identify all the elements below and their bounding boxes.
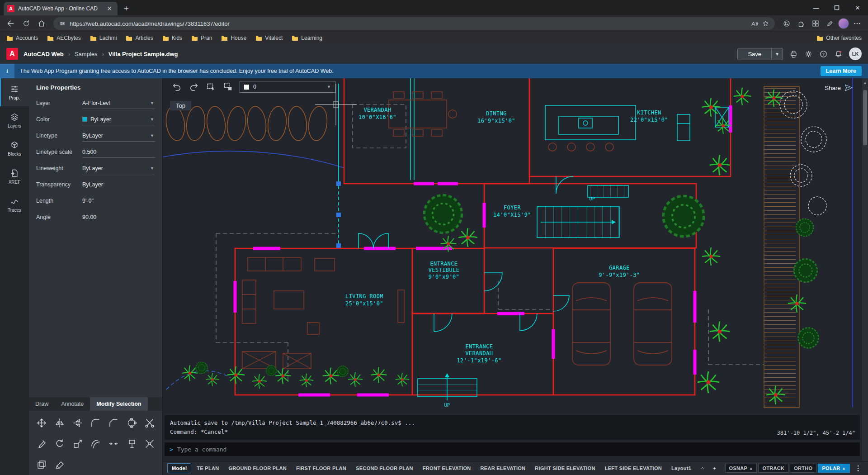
browser-menu-icon[interactable] [851, 17, 863, 30]
tab-modify-selection[interactable]: Modify Selection [90, 397, 147, 411]
erase-tool-icon[interactable] [53, 458, 66, 471]
grip-midpoint[interactable] [336, 213, 341, 217]
explode-tool-icon[interactable] [143, 437, 156, 451]
scrollbar-thumb[interactable] [863, 90, 867, 145]
sidebar-item-blocks[interactable]: Blocks [0, 134, 29, 162]
bookmark-articles[interactable]: Articles [126, 35, 153, 41]
grip-endpoint[interactable] [336, 181, 341, 186]
fillet-tool-icon[interactable] [89, 416, 102, 430]
back-icon[interactable] [5, 17, 17, 30]
polar-toggle[interactable]: POLAR ▲ [818, 464, 849, 473]
bookmark-vitalect[interactable]: Vitalect [255, 35, 283, 41]
breadcrumb-section[interactable]: Samples [75, 51, 98, 57]
fixtures[interactable] [359, 78, 729, 400]
address-bar[interactable] [53, 17, 775, 30]
trim-tool-icon[interactable] [143, 416, 156, 430]
copy-tool-icon[interactable] [35, 458, 48, 471]
bookmark-lachmi[interactable]: Lachmi [90, 35, 117, 41]
grip-endpoint[interactable] [336, 243, 341, 248]
bookmark-learning[interactable]: Learning [292, 35, 322, 41]
undo-icon[interactable] [171, 81, 183, 93]
learn-more-button[interactable]: Learn More [821, 66, 862, 76]
tab-draw[interactable]: Draw [29, 397, 55, 411]
command-input-row[interactable]: > [165, 442, 860, 456]
site-permissions-icon[interactable] [59, 20, 66, 27]
otrack-toggle[interactable]: OTRACK [758, 464, 788, 473]
layout-tabs-expand-icon[interactable] [697, 466, 708, 471]
print-icon[interactable] [789, 50, 798, 58]
bookmark-aecbytes[interactable]: AECbytes [47, 35, 80, 41]
other-favorites[interactable]: Other favorites [816, 35, 862, 41]
bookmark-pran[interactable]: Pran [191, 35, 212, 41]
save-options-caret[interactable]: ▼ [771, 48, 783, 60]
tab-annotate[interactable]: Annotate [55, 397, 90, 411]
breadcrumb-app[interactable]: AutoCAD Web [24, 51, 64, 57]
offset-tool-icon[interactable] [89, 437, 102, 451]
share-button[interactable]: Share [825, 84, 853, 92]
sidebar-item-layers[interactable]: Layers [0, 106, 29, 134]
browser-profile-avatar[interactable] [838, 18, 849, 29]
current-layer-dropdown[interactable]: 0 ▼ [240, 81, 335, 93]
extensions-icon[interactable] [795, 17, 807, 30]
bookmark-accounts[interactable]: Accounts [6, 35, 38, 41]
hedge-strip[interactable] [764, 86, 799, 408]
window-maximize-button[interactable] [826, 0, 847, 15]
help-icon[interactable]: ? [819, 50, 828, 58]
layout-tab-layout1[interactable]: Layout1 [667, 464, 695, 473]
layer-dropdown[interactable]: A-Flor-Levl ▼ [82, 97, 155, 109]
join-tool-icon[interactable] [107, 437, 120, 451]
osnap-toggle[interactable]: OSNAP ▲ [725, 464, 757, 473]
edit-icon[interactable] [824, 17, 836, 30]
linetype-scale-input[interactable]: 0.500 [82, 146, 155, 158]
layout-tab-front-elevation[interactable]: FRONT ELEVATION [419, 464, 475, 473]
save-button[interactable]: Save [738, 48, 771, 60]
color-dropdown[interactable]: ByLayer ▼ [82, 114, 155, 125]
layout-tab-site-plan[interactable]: TE PLAN [193, 464, 223, 473]
collections-icon[interactable] [809, 17, 822, 30]
layout-tab-model[interactable]: Model [167, 463, 191, 473]
view-top-button[interactable]: Top [170, 101, 191, 110]
user-avatar[interactable]: LK [849, 48, 862, 60]
garden-ellipses[interactable] [164, 105, 329, 142]
browser-tab[interactable]: A AutoCAD Web App - Online CAD ✕ [4, 2, 118, 15]
settings-gear-icon[interactable] [804, 50, 813, 58]
polar-array-tool-icon[interactable] [125, 416, 138, 430]
mirror-tool-icon[interactable] [53, 416, 66, 430]
bookmark-house[interactable]: House [221, 35, 246, 41]
window-close-button[interactable]: ✕ [847, 0, 868, 15]
status-bar-menu-icon[interactable]: ⋮ [851, 464, 863, 472]
layout-tab-left-side-elevation[interactable]: LEFT SIDE ELEVATION [601, 464, 666, 473]
linetype-dropdown[interactable]: ByLayer ▼ [82, 130, 155, 142]
window-minimize-button[interactable]: — [806, 0, 826, 15]
layout-tab-second-floor-plan[interactable]: SECOND FLOOR PLAN [352, 464, 417, 473]
new-tab-button[interactable]: + [118, 2, 135, 15]
select-window-icon[interactable] [205, 81, 217, 93]
chamfer-tool-icon[interactable] [107, 416, 120, 430]
plants[interactable] [182, 88, 818, 404]
notifications-bell-icon[interactable] [834, 50, 843, 58]
redo-icon[interactable] [188, 81, 200, 93]
move-tool-icon[interactable] [35, 416, 48, 430]
sidebar-item-properties[interactable]: Prop. [0, 78, 29, 106]
scrollbar-up-arrow[interactable]: ▲ [862, 81, 868, 85]
layout-tab-right-side-elevation[interactable]: RIGHT SIDE ELEVATION [531, 464, 599, 473]
drawing-canvas-area[interactable]: VERANDAH 10'0"X16'6" DINING 16'9"x15'0" … [163, 78, 868, 475]
copy-base-tool-icon[interactable] [125, 437, 138, 451]
add-layout-button[interactable]: + [710, 466, 719, 471]
refresh-icon[interactable] [20, 17, 33, 30]
sidebar-item-traces[interactable]: Traces [0, 190, 29, 218]
rotate-tool-icon[interactable] [53, 437, 66, 451]
read-aloud-icon[interactable] [750, 20, 758, 28]
match-properties-tool-icon[interactable] [35, 437, 48, 451]
autocad-logo[interactable]: A [6, 48, 18, 60]
layout-tab-first-floor-plan[interactable]: FIRST FLOOR PLAN [292, 464, 350, 473]
url-input[interactable] [70, 20, 747, 27]
select-objects-icon[interactable] [222, 81, 234, 93]
favorite-star-icon[interactable] [762, 20, 769, 28]
flip-tool-icon[interactable] [71, 416, 85, 430]
ortho-toggle[interactable]: ORTHO [790, 464, 816, 473]
bookmark-kids[interactable]: Kids [162, 35, 182, 41]
canvas-scrollbar[interactable]: ▲ [862, 78, 868, 461]
setback-lines[interactable] [216, 104, 764, 380]
home-icon[interactable] [35, 17, 48, 30]
